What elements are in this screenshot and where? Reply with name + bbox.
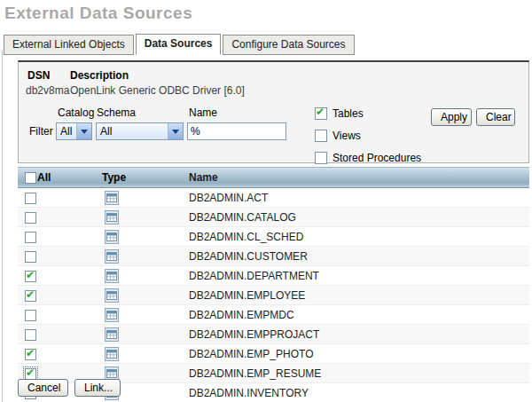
- catalog-select[interactable]: All: [56, 122, 92, 140]
- schema-select-value: All: [97, 125, 168, 138]
- table-row[interactable]: DB2ADMIN.CL_SCHED: [18, 227, 529, 247]
- data-sources-table: All Type Name DB2ADMIN.ACT: [18, 167, 529, 402]
- type-filter-checkbox[interactable]: [315, 107, 327, 120]
- catalog-select-arrow[interactable]: [76, 123, 91, 139]
- page-left-border: [2, 50, 3, 402]
- table-body: DB2ADMIN.ACT DB2ADMIN.CATALOG: [18, 188, 529, 402]
- table-type-icon: [105, 210, 119, 225]
- all-column-header: All: [37, 171, 51, 184]
- table-type-icon: [105, 230, 119, 244]
- page-title: External Data Sources: [4, 4, 192, 23]
- row-checkbox[interactable]: [25, 349, 36, 360]
- type-filter-label: Tables: [332, 107, 364, 120]
- cancel-button[interactable]: Cancel: [18, 379, 68, 397]
- type-filter-item[interactable]: Stored Procedures: [315, 151, 421, 165]
- table-type-icon: [105, 249, 119, 264]
- row-checkbox[interactable]: [25, 329, 36, 341]
- row-checkbox[interactable]: [25, 368, 36, 380]
- type-column-header: Type: [98, 171, 177, 184]
- catalog-select-value: All: [57, 125, 76, 138]
- tab-external-linked-objects[interactable]: External Linked Objects: [4, 35, 134, 55]
- row-name: DB2ADMIN.CATALOG: [189, 211, 296, 224]
- row-name: DB2ADMIN.CL_SCHED: [189, 231, 303, 243]
- tab-configure-data-sources[interactable]: Configure Data Sources: [223, 35, 354, 55]
- table-header-row: All Type Name: [18, 167, 529, 188]
- row-name: DB2ADMIN.CUSTOMER: [189, 250, 308, 263]
- type-filter-checkbox[interactable]: [315, 152, 327, 164]
- external-data-sources-screen: External Data Sources External Linked Ob…: [0, 0, 532, 402]
- table-row[interactable]: DB2ADMIN.EMPMDC: [18, 305, 529, 325]
- row-name: DB2ADMIN.EMP_RESUME: [189, 367, 321, 380]
- name-label: Name: [189, 106, 217, 119]
- table-type-icon: [105, 288, 119, 303]
- dsn-value: db2v8ma: [26, 84, 69, 97]
- table-row[interactable]: DB2ADMIN.CUSTOMER: [18, 247, 529, 266]
- catalog-label: Catalog: [58, 106, 94, 119]
- type-filter-item[interactable]: Views: [315, 129, 361, 143]
- chevron-down-icon: [81, 130, 88, 134]
- row-name: DB2ADMIN.EMPMDC: [189, 309, 294, 321]
- type-filter-checkbox[interactable]: [315, 130, 327, 142]
- filter-panel: DSN Description db2v8ma OpenLink Generic…: [18, 60, 529, 163]
- row-checkbox[interactable]: [25, 290, 36, 302]
- type-filter-item[interactable]: Tables: [315, 106, 364, 121]
- link-button[interactable]: Link...: [74, 379, 121, 397]
- name-column-header: Name: [177, 171, 529, 184]
- table-type-icon: [105, 308, 119, 322]
- table-row[interactable]: DB2ADMIN.ACT: [18, 188, 529, 208]
- description-column-label: Description: [70, 69, 129, 82]
- table-type-icon: [105, 269, 119, 283]
- tab-bar: External Linked ObjectsData SourcesConfi…: [4, 34, 356, 51]
- select-all-checkbox[interactable]: [25, 172, 36, 184]
- row-checkbox[interactable]: [25, 232, 36, 243]
- table-type-icon: [105, 327, 119, 342]
- schema-select[interactable]: All: [96, 122, 184, 140]
- apply-button[interactable]: Apply: [431, 108, 472, 126]
- table-row[interactable]: DB2ADMIN.EMPLOYEE: [18, 286, 529, 305]
- row-name: DB2ADMIN.INVENTORY: [189, 387, 309, 399]
- row-checkbox[interactable]: [25, 212, 36, 224]
- row-checkbox[interactable]: [25, 251, 36, 263]
- table-type-icon: [105, 347, 119, 361]
- row-name: DB2ADMIN.EMPPROJACT: [189, 328, 319, 341]
- row-name: DB2ADMIN.DEPARTMENT: [189, 270, 319, 282]
- tab-data-sources[interactable]: Data Sources: [136, 34, 222, 55]
- schema-label: Schema: [97, 106, 136, 119]
- description-value: OpenLink Generic ODBC Driver [6.0]: [70, 84, 245, 97]
- row-name: DB2ADMIN.ACT: [189, 192, 268, 204]
- clear-button[interactable]: Clear: [476, 108, 515, 126]
- row-name: DB2ADMIN.EMPLOYEE: [189, 289, 305, 302]
- row-checkbox[interactable]: [25, 271, 36, 282]
- type-filter-label: Views: [332, 130, 361, 142]
- table-row[interactable]: DB2ADMIN.EMPPROJACT: [18, 325, 529, 344]
- dsn-column-label: DSN: [27, 69, 50, 82]
- name-filter-input[interactable]: [187, 122, 286, 140]
- row-name: DB2ADMIN.EMP_PHOTO: [189, 348, 313, 360]
- table-row[interactable]: DB2ADMIN.EMP_PHOTO: [18, 344, 529, 364]
- table-row[interactable]: DB2ADMIN.DEPARTMENT: [18, 266, 529, 286]
- row-checkbox[interactable]: [25, 193, 36, 204]
- chevron-down-icon: [172, 130, 179, 134]
- type-filter-label: Stored Procedures: [332, 152, 421, 164]
- filter-label: Filter: [29, 125, 53, 138]
- table-row[interactable]: DB2ADMIN.CATALOG: [18, 208, 529, 227]
- row-checkbox[interactable]: [25, 310, 36, 321]
- schema-select-arrow[interactable]: [168, 123, 183, 139]
- table-type-icon: [105, 191, 119, 205]
